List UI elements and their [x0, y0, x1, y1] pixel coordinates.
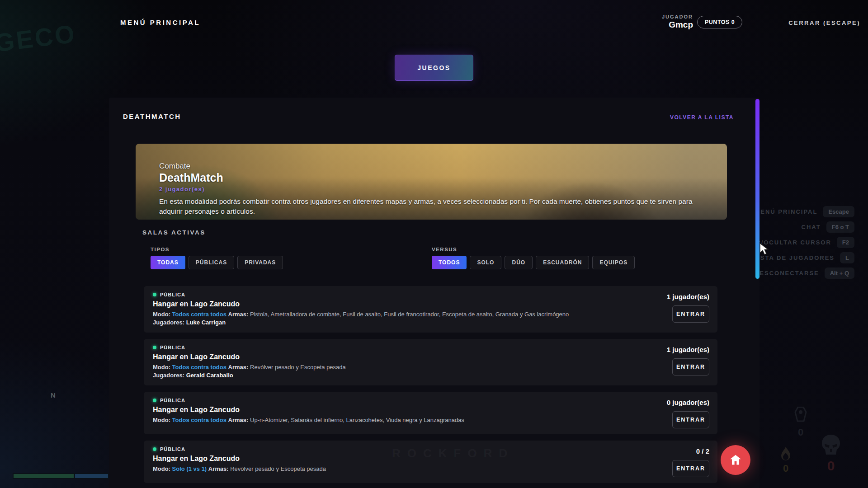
filter-todas[interactable]: TODAS: [151, 256, 185, 269]
room-player-count: 0 jugador(es): [667, 399, 709, 406]
room-player-count: 0 / 2: [696, 447, 709, 455]
panel-scrollbar[interactable]: [755, 99, 760, 279]
home-icon: [729, 453, 742, 467]
hero-player-count: 2 jugador(es): [159, 186, 713, 192]
filter-publicas[interactable]: PÚBLICAS: [189, 256, 234, 269]
online-dot-icon: [153, 447, 156, 451]
room-mode-link[interactable]: Solo (1 vs 1): [172, 465, 207, 472]
deathmatch-panel: DEATHMATCH VOLVER A LA LISTA Combate Dea…: [109, 98, 760, 488]
keybind-row: MENÚ PRINCIPAL Escape: [755, 206, 854, 217]
room-name: Hangar en Lago Zancudo: [153, 455, 628, 463]
room-visibility: PÚBLICA: [160, 345, 185, 350]
filter-solo[interactable]: SOLO: [470, 256, 501, 269]
coffin-icon: [794, 407, 807, 426]
keybind-row: DESCONECTARSE Alt + Q: [755, 267, 854, 279]
filter-todos[interactable]: TODOS: [432, 256, 467, 269]
keybind-label: MENÚ PRINCIPAL: [755, 208, 817, 215]
keybind-label: CHAT: [802, 224, 821, 230]
room-name: Hangar en Lago Zancudo: [153, 406, 628, 414]
hero-category: Combate: [159, 162, 713, 171]
coffin-count: 0: [794, 427, 807, 438]
room-player-names: Luke Carrigan: [186, 319, 226, 326]
keybind-row: CHAT F6 o T: [802, 221, 854, 233]
menu-title: MENÚ PRINCIPAL: [120, 19, 200, 26]
room-mode-link[interactable]: Todos contra todos: [172, 364, 226, 371]
room-visibility: PÚBLICA: [160, 446, 185, 452]
active-rooms-header: SALAS ACTIVAS: [142, 229, 206, 236]
enter-room-button[interactable]: ENTRAR: [672, 411, 709, 428]
top-bar: MENÚ PRINCIPAL JUGADOR Gmcp PUNTOS 0 CER…: [0, 0, 868, 37]
game-screen: GECO N MENÚ PRINCIPAL Escape CHAT F6 o T…: [0, 0, 868, 488]
room-card: PÚBLICA Hangar en Lago Zancudo Modo: Tod…: [144, 286, 717, 333]
room-visibility: PÚBLICA: [160, 292, 185, 297]
room-players: Jugadores: Luke Carrigan: [153, 319, 628, 327]
skull-icon: [819, 434, 843, 457]
room-name: Hangar en Lago Zancudo: [153, 300, 628, 308]
room-weapons: Pistola, Ametralladora de combate, Fusil…: [250, 311, 569, 318]
keybind-label: DESCONECTARSE: [755, 270, 819, 277]
armor-bar-segment: [75, 474, 108, 478]
hero-title: DeathMatch: [159, 171, 713, 184]
compass-n: N: [51, 391, 56, 399]
room-mode-link[interactable]: Todos contra todos: [172, 311, 226, 318]
room-visibility: PÚBLICA: [160, 398, 185, 403]
room-player-names: Gerald Caraballo: [186, 372, 233, 379]
room-weapons: Revólver pesado y Escopeta pesada: [250, 364, 346, 371]
home-fab-button[interactable]: [721, 445, 750, 475]
skull-stat: 0: [819, 434, 843, 474]
room-weapons: Revólver pesado y Escopeta pesada: [230, 465, 326, 472]
health-bar-segment: [14, 474, 74, 478]
filter-group-label: VERSUS: [432, 247, 635, 252]
keybind-key-badge: F2: [837, 237, 854, 248]
online-dot-icon: [153, 293, 156, 296]
enter-room-button[interactable]: ENTRAR: [672, 460, 709, 477]
keybind-row: LISTA DE JUGADORES L: [753, 252, 854, 263]
games-tab-button[interactable]: JUEGOS: [395, 55, 473, 81]
panel-title: DEATHMATCH: [123, 113, 181, 120]
room-player-count: 1 jugador(es): [667, 346, 709, 353]
room-card: PÚBLICA Hangar en Lago Zancudo Modo: Tod…: [144, 392, 717, 434]
filter-privadas[interactable]: PRIVADAS: [237, 256, 283, 269]
coffin-stat: 0: [794, 407, 807, 438]
room-name: Hangar en Lago Zancudo: [153, 353, 628, 361]
points-badge: PUNTOS 0: [697, 16, 742, 28]
enter-room-button[interactable]: ENTRAR: [672, 358, 709, 375]
gamemode-hero-banner: Combate DeathMatch 2 jugador(es) En esta…: [136, 144, 727, 220]
room-weapons: Up-n-Atomizer, Satanás del infierno, Lan…: [250, 417, 464, 423]
room-mode-link[interactable]: Todos contra todos: [172, 417, 226, 423]
filter-equipos[interactable]: EQUIPOS: [592, 256, 635, 269]
keybind-key-badge: F6 o T: [826, 221, 854, 233]
filter-escuadron[interactable]: ESCUADRÓN: [536, 256, 589, 269]
room-card: PÚBLICA Hangar en Lago Zancudo Modo: Sol…: [144, 441, 717, 483]
back-to-list-link[interactable]: VOLVER A LA LISTA: [670, 114, 734, 121]
keybind-key-badge: L: [840, 252, 854, 263]
filter-group-label: TIPOS: [151, 247, 283, 252]
keybind-key-badge: Alt + Q: [825, 267, 854, 279]
keybind-label: LISTA DE JUGADORES: [753, 254, 835, 261]
player-name: Gmcp: [662, 20, 693, 30]
online-dot-icon: [153, 399, 156, 402]
player-label: JUGADOR: [662, 14, 693, 19]
room-card: PÚBLICA Hangar en Lago Zancudo Modo: Tod…: [144, 339, 717, 385]
room-players: Jugadores: Gerald Caraballo: [153, 371, 628, 380]
flame-count: 0: [780, 463, 792, 474]
hero-description: En esta modalidad podrás combatir contra…: [159, 197, 713, 216]
filters-row: TIPOS TODAS PÚBLICAS PRIVADAS VERSUS TOD…: [144, 247, 717, 281]
keybind-key-badge: Escape: [823, 206, 854, 217]
enter-room-button[interactable]: ENTRAR: [672, 305, 709, 323]
room-meta: Modo: Todos contra todos Armas: Up-n-Ato…: [153, 416, 628, 424]
room-meta: Modo: Todos contra todos Armas: Pistola,…: [153, 310, 628, 319]
room-player-count: 1 jugador(es): [667, 293, 709, 300]
online-dot-icon: [153, 346, 156, 349]
filter-group-versus: VERSUS TODOS SOLO DÚO ESCUADRÓN EQUIPOS: [432, 247, 635, 269]
room-list: PÚBLICA Hangar en Lago Zancudo Modo: Tod…: [144, 286, 717, 488]
filter-duo[interactable]: DÚO: [505, 256, 533, 269]
filter-group-tipos: TIPOS TODAS PÚBLICAS PRIVADAS: [151, 247, 283, 269]
flame-icon: [780, 446, 792, 462]
skull-count: 0: [819, 458, 843, 474]
close-button[interactable]: CERRAR (ESCAPE): [788, 19, 860, 26]
player-block: JUGADOR Gmcp: [662, 14, 693, 30]
room-meta: Modo: Solo (1 vs 1) Armas: Revólver pesa…: [153, 465, 628, 473]
flame-stat: 0: [780, 446, 792, 474]
room-meta: Modo: Todos contra todos Armas: Revólver…: [153, 363, 628, 371]
